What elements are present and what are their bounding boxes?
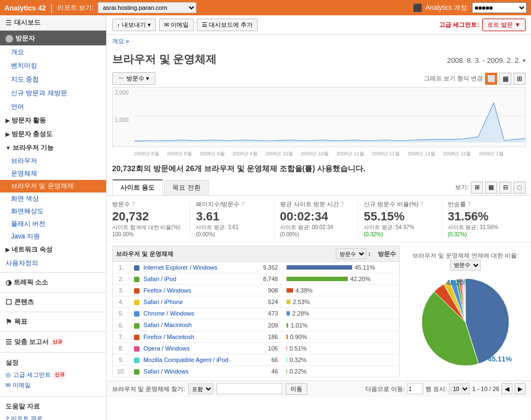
- visits-column-select[interactable]: 방문수: [336, 248, 366, 259]
- tab-site-usage[interactable]: 사이트 용도: [112, 179, 163, 195]
- sidebar-item-benchmark[interactable]: 벤치마킹: [0, 59, 106, 73]
- pct-cell: 1.01%: [282, 319, 399, 331]
- sidebar-dashboard[interactable]: ☰ 대시보드: [0, 15, 106, 31]
- chart-x-label-6: 2008년 10월: [301, 150, 329, 158]
- browser-dot: [134, 277, 139, 282]
- sidebar-email-item[interactable]: ✉ 이메일: [5, 380, 101, 390]
- sidebar-item-os[interactable]: 운영체제: [0, 167, 106, 180]
- chart-view-bar-button[interactable]: ▦: [499, 73, 511, 85]
- table-wrapper: 브라우저 및 운영체제 방문수 ↕ 방문수 1. Internet Explor…: [112, 246, 400, 377]
- newvisits-help-icon[interactable]: ?: [420, 201, 423, 207]
- sidebar-item-screen-res[interactable]: 화면해상도: [0, 205, 106, 218]
- sidebar-item-flash[interactable]: 화면 색상: [0, 192, 106, 205]
- goto-button[interactable]: 이동: [285, 383, 307, 395]
- prev-page-button[interactable]: ◀: [501, 383, 512, 394]
- sidebar-segment-item[interactable]: ◎ 고급 세그먼트 신규: [5, 370, 101, 380]
- segment-select-button[interactable]: 로트 발문 ▼: [482, 19, 526, 31]
- browser-link[interactable]: Safari / Windows: [143, 368, 189, 375]
- sidebar-item-browser-os[interactable]: 브라우저 및 운영체제: [0, 180, 106, 192]
- dashboard-icon: ☰: [5, 19, 12, 27]
- pct-text: 42.20%: [350, 276, 370, 282]
- browser-link[interactable]: Firefox / Macintosh: [143, 334, 194, 340]
- sidebar-content-header[interactable]: ☐ 콘텐츠: [0, 295, 106, 310]
- report-url-select[interactable]: asrai.hosting.paran.com: [98, 2, 196, 13]
- browser-name-cell: Firefox / Macintosh: [130, 331, 254, 342]
- sidebar-goal-header[interactable]: ⚑ 목표: [0, 314, 106, 329]
- visitor-icon: [5, 35, 13, 43]
- dashboard-add-button[interactable]: ☰ 대시보드에 추가: [197, 19, 258, 31]
- chart-metric-button[interactable]: 〜 방문수 ▾: [112, 72, 155, 85]
- pie-comparison-label: 브라우저 및 운영체제 연체에 대한 비율: 방문수: [405, 252, 526, 271]
- rank-cell: 7.: [113, 331, 130, 342]
- rank-cell: 10.: [113, 365, 130, 377]
- analytics-account-select[interactable]: ■■■■■: [472, 2, 527, 13]
- email-button[interactable]: ✉ 이메일: [159, 19, 194, 31]
- browser-link[interactable]: Chrome / Windows: [143, 310, 194, 317]
- traffic-icon: ◑: [5, 278, 11, 287]
- sidebar-divider-1: [0, 272, 106, 273]
- browser-link[interactable]: Safari / iPhone: [143, 299, 183, 305]
- sidebar-group-activity-label: 방문자 활동: [11, 116, 46, 125]
- next-page-label: 다음으로 이동:: [365, 385, 405, 393]
- sidebar-group-visitor-loyalty[interactable]: ▶ 방문자 충성도: [0, 127, 106, 141]
- export-button[interactable]: ↑ 내보내기 ▾: [112, 19, 156, 31]
- pie-chart-area: 브라우저 및 운영체제 연체에 대한 비율: 방문수 42.20% 45.11%: [405, 246, 526, 377]
- sidebar-group-network[interactable]: ▶ 네트워크 속성: [0, 243, 106, 256]
- tab-goal-conversion[interactable]: 목표 전환: [164, 180, 208, 195]
- avgtime-help-icon[interactable]: ?: [341, 201, 344, 207]
- email-icon: ✉: [164, 21, 169, 28]
- sidebar-item-overview[interactable]: 개요: [0, 45, 106, 59]
- sort-icon[interactable]: ↕: [368, 250, 371, 257]
- pie-metric-select[interactable]: 방문수: [450, 260, 481, 271]
- sidebar-visitor-header[interactable]: 방문자: [0, 31, 106, 45]
- main-layout: ☰ 대시보드 방문자 개요 벤치마킹 지도 중첩 신규 방문과 재방문 언어 ▶…: [0, 15, 531, 420]
- pct-text: 2.53%: [293, 299, 310, 305]
- chart-view-line-button[interactable]: ⬜: [485, 73, 497, 85]
- pct-bar: [287, 265, 352, 270]
- filter-type-select[interactable]: 포함: [188, 383, 213, 394]
- browser-link[interactable]: Safari / Macintosh: [143, 322, 191, 328]
- sidebar-item-java[interactable]: Java 지원: [0, 230, 106, 243]
- browser-link[interactable]: Mozilla Compatible Agent / iPod: [143, 357, 228, 363]
- tab-view-icon-2[interactable]: ▦: [485, 182, 497, 194]
- tab-view-icon-4[interactable]: ◌: [514, 182, 526, 194]
- rows-per-page-select[interactable]: 10: [449, 383, 470, 394]
- col-header-browser: 브라우저 및 운영체제: [116, 250, 332, 258]
- pageviews-help-icon[interactable]: ?: [241, 201, 244, 207]
- sidebar-item-language[interactable]: 언어: [0, 100, 106, 114]
- browser-link[interactable]: Internet Explorer / Windows: [143, 264, 217, 271]
- browser-dot: [134, 358, 139, 363]
- sidebar-item-new-return[interactable]: 신규 방문과 재방문: [0, 86, 106, 100]
- search-input[interactable]: [217, 383, 282, 394]
- date-range-arrow-icon[interactable]: ▾: [523, 57, 526, 63]
- bounce-help-icon[interactable]: ?: [468, 201, 471, 207]
- custom-report-icon: ☰: [5, 338, 12, 346]
- browser-link[interactable]: Safari / iPod: [143, 276, 176, 282]
- browser-link[interactable]: Opera / Windows: [143, 345, 189, 352]
- newvisits-value: 55.15%: [364, 209, 436, 224]
- visits-cell: 46: [254, 365, 282, 377]
- sidebar-group-visitor-activity[interactable]: ▶ 방문자 활동: [0, 114, 106, 127]
- visits-cell: 66: [254, 354, 282, 365]
- sidebar-item-flash-ver[interactable]: 플래시 버전: [0, 218, 106, 230]
- visits-help-icon[interactable]: ?: [132, 201, 135, 207]
- visits-sub2: 100.00%: [112, 231, 184, 237]
- tab-view-icon-3[interactable]: ⊟: [499, 182, 511, 194]
- analytics-account-label: Analytics 계정:: [425, 3, 469, 13]
- next-page-button[interactable]: ▶: [515, 383, 526, 394]
- sidebar-group-browser[interactable]: ▼ 브라우저 기능: [0, 141, 106, 155]
- sidebar-traffic-header[interactable]: ◑ 트레픽 소소: [0, 275, 106, 290]
- sidebar-item-browser[interactable]: 브라우저: [0, 155, 106, 167]
- chart-view-table-button[interactable]: ⊞: [514, 73, 526, 85]
- search-label: 브라우저 및 운영체제 찾기:: [112, 385, 185, 393]
- page-input[interactable]: [407, 383, 423, 394]
- sidebar-help-report-item[interactable]: ? 리포트 경로: [5, 413, 101, 420]
- pct-text: 0.51%: [289, 345, 306, 352]
- sidebar-item-user-defined[interactable]: 사용자정의: [0, 256, 106, 270]
- breadcrumb[interactable]: 개요 »: [107, 35, 531, 48]
- chart-controls: 〜 방문수 ▾ 그래프 보기 형식 변경 ⬜ ▦ ⊞: [112, 72, 526, 85]
- browser-link[interactable]: Firefox / Windows: [143, 287, 191, 294]
- tab-view-icon-1[interactable]: ⊞: [471, 182, 483, 194]
- sidebar-item-map[interactable]: 지도 중첩: [0, 73, 106, 86]
- top-bar-right: ⬛ Analytics 계정: ■■■■■: [413, 2, 527, 13]
